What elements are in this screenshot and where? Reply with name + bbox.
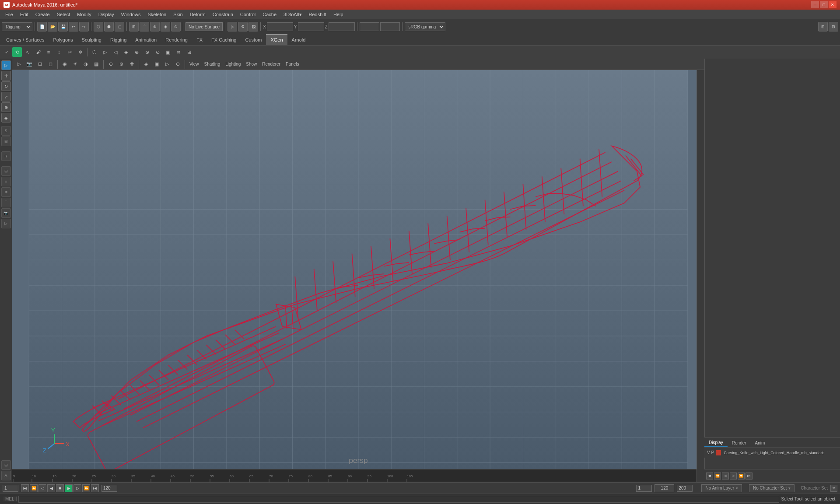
vp-render1[interactable]: ▷ xyxy=(162,60,172,69)
pb-play-back[interactable]: ◀ xyxy=(47,484,55,492)
gamma-dropdown[interactable]: sRGB gamma xyxy=(405,22,445,31)
x-input[interactable] xyxy=(267,22,293,31)
tab-display[interactable]: Display xyxy=(704,439,728,447)
quick-layout-btn[interactable]: ⊟ xyxy=(829,22,838,32)
menu-skeleton[interactable]: Skeleton xyxy=(144,10,170,19)
mode-dropdown[interactable]: Rigging xyxy=(2,22,32,31)
char-set-edit-btn[interactable]: ✏ xyxy=(830,485,837,492)
frame-start-input[interactable] xyxy=(3,485,18,492)
menu-control[interactable]: Control xyxy=(237,10,259,19)
menu-select[interactable]: Select xyxy=(53,10,74,19)
render-settings-btn[interactable]: ⚙ xyxy=(238,22,248,32)
maximize-button[interactable]: □ xyxy=(820,1,828,8)
minimize-button[interactable]: ─ xyxy=(811,1,819,8)
layout-btn[interactable]: ⊞ xyxy=(818,22,828,32)
tc-prev-btn[interactable]: ⏪ xyxy=(714,472,721,480)
playback-group[interactable]: ▷ xyxy=(1,219,11,228)
menu-edit[interactable]: Edit xyxy=(17,10,32,19)
soft-select-group[interactable]: S xyxy=(1,126,11,136)
menu-skin[interactable]: Skin xyxy=(170,10,186,19)
open-scene-btn[interactable]: 📂 xyxy=(48,22,57,32)
tab-polygons[interactable]: Polygons xyxy=(49,34,77,45)
tab-custom[interactable]: Custom xyxy=(241,34,266,45)
vp-render2[interactable]: ⊙ xyxy=(173,60,182,69)
tab-sculpting[interactable]: Sculpting xyxy=(77,34,106,45)
custom-tool[interactable]: ◈ xyxy=(1,113,11,122)
menu-help[interactable]: Help xyxy=(330,10,347,19)
y-input[interactable] xyxy=(298,22,324,31)
vp-wire-btn[interactable]: ◻ xyxy=(46,60,55,69)
vp-cam-btn[interactable]: 📷 xyxy=(24,60,34,69)
new-scene-btn[interactable]: 📄 xyxy=(37,22,47,32)
renderview-btn[interactable]: 🖼 xyxy=(248,22,258,32)
vp-shadow-btn[interactable]: ◑ xyxy=(81,60,91,69)
xgen-tool6[interactable]: ⊗ xyxy=(142,47,152,57)
float-val1[interactable]: 0.00 xyxy=(360,22,379,31)
range-start-input[interactable] xyxy=(636,485,652,492)
char-set-selector[interactable]: No Character Set ▾ xyxy=(749,484,794,492)
pb-step-fwd[interactable]: ▷ xyxy=(74,484,81,492)
vp-menu-panels[interactable]: Panels xyxy=(284,61,301,67)
pb-step-back[interactable]: ◁ xyxy=(38,484,46,492)
vp-menu-renderer[interactable]: Renderer xyxy=(260,61,283,67)
vp-menu-lighting[interactable]: Lighting xyxy=(223,61,243,67)
menu-constrain[interactable]: Constrain xyxy=(209,10,237,19)
rotate-tool[interactable]: ↻ xyxy=(1,81,11,91)
tab-fx[interactable]: FX xyxy=(192,34,207,45)
render-group[interactable]: R xyxy=(1,151,11,161)
vp-grid-btn[interactable]: ⊞ xyxy=(35,60,45,69)
pb-prev-key[interactable]: ⏪ xyxy=(30,484,38,492)
menu-cache[interactable]: Cache xyxy=(259,10,280,19)
snap-curve-btn[interactable]: ⌒ xyxy=(140,22,149,32)
scale-tool[interactable]: ⤢ xyxy=(1,92,11,102)
lasso-tool-btn[interactable]: ◻ xyxy=(115,22,124,32)
xgen-len-btn[interactable]: ↕ xyxy=(54,47,64,57)
vp-back[interactable]: ▣ xyxy=(152,60,161,69)
command-line[interactable] xyxy=(18,496,780,503)
pb-next-key[interactable]: ⏩ xyxy=(82,484,90,492)
current-frame-input[interactable] xyxy=(102,485,117,492)
menu-deform[interactable]: Deform xyxy=(186,10,209,19)
vp-snap2[interactable]: ⊗ xyxy=(116,60,126,69)
xgen-tool1[interactable]: ⬡ xyxy=(90,47,99,57)
select-by-component-btn[interactable]: ⬢ xyxy=(104,22,114,32)
select-by-hierarchy-btn[interactable]: ⬡ xyxy=(94,22,103,32)
xgen-tool4[interactable]: ◈ xyxy=(121,47,131,57)
xgen-tool10[interactable]: ⊞ xyxy=(184,47,194,57)
sym-group[interactable]: ⊟ xyxy=(1,136,11,146)
tc-prev-key-btn[interactable]: ⏮ xyxy=(706,472,713,480)
redo-btn[interactable]: ↪ xyxy=(79,22,89,32)
grid-group[interactable]: ⊞ xyxy=(1,460,11,470)
vp-menu-show[interactable]: Show xyxy=(244,61,259,67)
tab-arnold[interactable]: Arnold xyxy=(287,34,310,45)
tab-render[interactable]: Render xyxy=(728,439,751,447)
xgen-tool3[interactable]: ◁ xyxy=(111,47,120,57)
select-tool[interactable]: ▷ xyxy=(1,60,11,70)
menu-3dto[interactable]: 3DtoAll▾ xyxy=(280,10,305,19)
abs-group[interactable]: A xyxy=(1,471,11,480)
tab-rendering[interactable]: Rendering xyxy=(161,34,192,45)
tab-curves-surfaces[interactable]: Curves / Surfaces xyxy=(2,34,49,45)
anim-layer-selector[interactable]: No Anim Layer ▾ xyxy=(701,484,742,492)
menu-windows[interactable]: Windows xyxy=(118,10,144,19)
main-viewport[interactable]: persp X Y Z xyxy=(12,70,704,469)
vp-menu-view[interactable]: View xyxy=(187,61,201,67)
menu-file[interactable]: File xyxy=(2,10,17,19)
tc-back-btn[interactable]: ◁ xyxy=(722,472,729,480)
timeline-area[interactable]: 5 10 15 20 25 30 35 40 45 50 55 60 65 70… xyxy=(0,469,704,482)
universal-tool[interactable]: ⊕ xyxy=(1,102,11,112)
tc-next-key-btn[interactable]: ⏭ xyxy=(746,472,752,480)
layers-group[interactable]: ≡ xyxy=(1,177,11,186)
tab-xgen[interactable]: XGen xyxy=(266,34,287,45)
xgen-toggle-btn[interactable]: ✓ xyxy=(2,47,11,57)
xgen-cut-btn[interactable]: ✂ xyxy=(65,47,74,57)
xgen-tool5[interactable]: ⊕ xyxy=(132,47,141,57)
tab-fx-caching[interactable]: FX Caching xyxy=(207,34,241,45)
tc-next-btn[interactable]: ⏩ xyxy=(738,472,745,480)
tc-fwd-btn[interactable]: ▷ xyxy=(730,472,737,480)
panels-group[interactable]: ⊞ xyxy=(1,166,11,176)
vp-light-btn[interactable]: ☀ xyxy=(70,60,80,69)
pb-jump-end[interactable]: ⏭ xyxy=(91,484,99,492)
anim-group[interactable]: ⌒ xyxy=(1,198,11,207)
xgen-tool8[interactable]: ▣ xyxy=(163,47,173,57)
